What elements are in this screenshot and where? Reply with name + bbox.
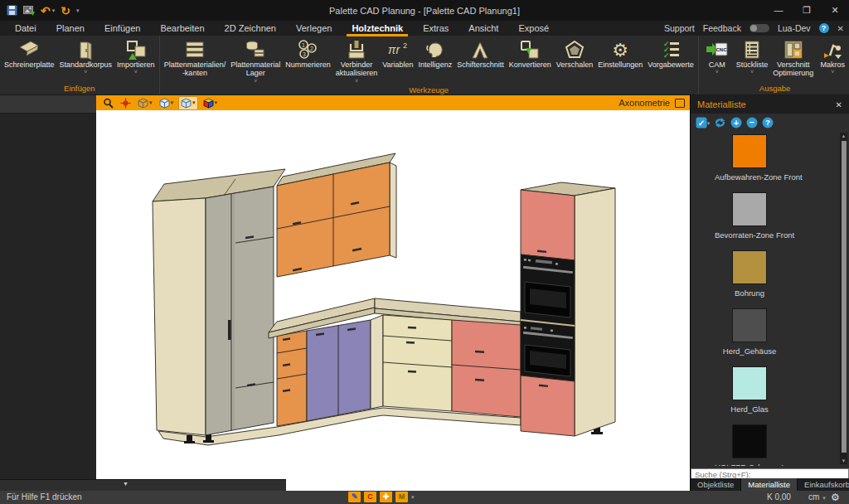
pan-rotate-icon[interactable] xyxy=(119,97,133,109)
left-sidebar-header xyxy=(0,95,96,114)
remove-icon[interactable]: − xyxy=(746,117,758,128)
tab-objektliste[interactable]: Objektliste xyxy=(691,478,741,491)
materials-scrollbar[interactable]: ▲ ▼ xyxy=(840,133,847,464)
ribbon-button-label: Verschalen xyxy=(556,61,594,69)
ribbon-button-cam[interactable]: CNCCAM˅ xyxy=(701,37,734,75)
feedback-link[interactable]: Feedback xyxy=(703,23,741,33)
ribbon-button-schreinerplatte[interactable]: Schreinerplatte xyxy=(2,37,57,70)
menu-item-ansicht[interactable]: Ansicht xyxy=(458,21,508,36)
chevron-down-icon: ▾ xyxy=(52,7,56,14)
ribbon-button-makros[interactable]: Makros˅ xyxy=(816,37,849,75)
tall-cabinets[interactable] xyxy=(153,169,285,435)
zoom-icon[interactable] xyxy=(101,97,115,109)
refresh-icon[interactable] xyxy=(714,117,726,128)
ribbon-button-plattenmaterialien--kanten[interactable]: Plattenmaterialien/ -kanten xyxy=(162,37,229,79)
wall-cabinets[interactable] xyxy=(277,153,396,277)
scrollbar-thumb[interactable] xyxy=(842,141,847,453)
view-cube-color-icon[interactable]: ▾ xyxy=(201,97,220,109)
ribbon-button-label: Schifterschnitt xyxy=(457,61,504,69)
lua-dev-label: Lua-Dev xyxy=(778,23,811,33)
window-restore-icon[interactable] xyxy=(675,99,685,108)
material-swatch[interactable] xyxy=(732,308,767,342)
menu-item-2d-zeichnen[interactable]: 2D Zeichnen xyxy=(215,21,286,36)
material-item[interactable]: Herd_Glas xyxy=(715,366,784,414)
menu-item-extras[interactable]: Extras xyxy=(413,21,458,36)
maximize-button[interactable]: ❐ xyxy=(793,0,821,21)
menu-item-planen[interactable]: Planen xyxy=(46,21,95,36)
stock-icon xyxy=(245,38,266,61)
add-icon[interactable]: + xyxy=(730,117,742,128)
ribbon-button-intelligenz[interactable]: Intelligenz xyxy=(416,37,455,70)
ribbon-button-stückliste[interactable]: Stückliste˅ xyxy=(734,37,771,75)
material-item[interactable]: Herd_Gehäuse xyxy=(715,308,784,356)
view-cube-shaded-icon[interactable]: ▾ xyxy=(178,96,198,110)
oven-tall-cabinet[interactable] xyxy=(521,182,615,436)
ribbon-button-importieren[interactable]: Importieren˅ xyxy=(114,37,158,75)
menubar-right: Support Feedback Lua-Dev ? ✕ xyxy=(664,23,844,33)
support-link[interactable]: Support xyxy=(664,23,695,33)
materials-panel: Materialliste ✕ ✓▾+−? Aufbewahren-Zone F… xyxy=(690,95,849,491)
connector-icon xyxy=(346,38,367,61)
ribbon-button-einstellungen[interactable]: ⚙Einstellungen xyxy=(595,37,645,70)
material-swatch[interactable] xyxy=(732,424,767,458)
close-button[interactable]: ✕ xyxy=(821,0,849,21)
view-cube-wire-icon[interactable]: ▾ xyxy=(136,97,154,109)
material-swatch[interactable] xyxy=(732,192,767,226)
ribbon-button-konvertieren[interactable]: Konvertieren xyxy=(507,37,554,70)
minimize-button[interactable]: — xyxy=(764,0,793,21)
menu-item-verlegen[interactable]: Verlegen xyxy=(286,21,342,36)
menu-item-exposé[interactable]: Exposé xyxy=(508,21,559,36)
tab-einkaufskorb[interactable]: Einkaufskorb xyxy=(798,478,849,491)
material-item[interactable]: Bevorraten-Zone Front xyxy=(715,192,784,240)
view-cube-hidden-icon[interactable]: ▾ xyxy=(158,97,176,109)
m-tool-button[interactable]: M xyxy=(395,492,408,502)
help-icon[interactable]: ? xyxy=(819,23,829,33)
expand-panel-icon[interactable]: ▼ xyxy=(123,481,129,487)
menu-item-datei[interactable]: Datei xyxy=(5,21,46,36)
ribbon-button-standardkorpus[interactable]: Standardkorpus˅ xyxy=(57,37,115,75)
redo-button[interactable]: ↻ xyxy=(61,5,70,17)
material-item[interactable]: HOLZFR-Schwarz Innenraum xyxy=(715,424,784,466)
base-cabinets-right[interactable] xyxy=(383,315,521,417)
ribbon-button-vorgabewerte[interactable]: ✓✓✓Vorgabewerte xyxy=(645,37,696,70)
3d-canvas[interactable] xyxy=(96,110,690,491)
customize-quick-access-button[interactable]: ▾ xyxy=(76,7,80,14)
close-ribbon-icon[interactable]: ✕ xyxy=(837,24,844,33)
status-hint: Für Hilfe F1 drücken xyxy=(7,491,82,504)
chevron-down-icon: ˅ xyxy=(750,69,754,75)
ribbon-button-verbinder-aktualisieren[interactable]: Verbinder aktualisieren˅ xyxy=(333,37,381,85)
materials-panel-header: Materialliste ✕ xyxy=(691,95,849,114)
menu-item-holztechnik[interactable]: Holztechnik xyxy=(342,21,413,36)
formula-icon: πr2 xyxy=(386,38,410,61)
material-swatch[interactable] xyxy=(732,250,767,284)
ribbon-button-nummerieren[interactable]: 123Nummerieren xyxy=(283,37,333,70)
ribbon-button-verschnitt-optimierung[interactable]: Verschnitt Optimierung xyxy=(770,37,816,79)
intelligence-icon xyxy=(424,38,446,61)
ribbon-button-verschalen[interactable]: Verschalen xyxy=(554,37,596,70)
tab-materialliste[interactable]: Materialliste xyxy=(741,478,798,491)
ribbon-button-plattenmaterial-lager[interactable]: Plattenmaterial Lager˅ xyxy=(228,37,283,85)
ribbon-button-variablen[interactable]: πr2Variablen xyxy=(380,37,415,70)
material-item[interactable]: Bohrung xyxy=(715,250,784,298)
select-check-icon[interactable]: ✓▾ xyxy=(696,117,710,128)
material-item[interactable]: Aufbewahren-Zone Front xyxy=(715,134,784,182)
plus-tool-button[interactable]: ✚ xyxy=(380,492,392,502)
export-image-button[interactable] xyxy=(23,6,35,16)
menu-item-bearbeiten[interactable]: Bearbeiten xyxy=(150,21,214,36)
refresh-c-button[interactable]: C xyxy=(364,492,376,502)
scroll-down-icon[interactable]: ▼ xyxy=(840,458,847,463)
close-panel-icon[interactable]: ✕ xyxy=(836,100,842,109)
unit-select[interactable]: cm▾ xyxy=(808,491,826,504)
undo-button[interactable]: ↶▾ xyxy=(41,5,55,17)
save-button[interactable] xyxy=(7,5,17,16)
chevron-down-icon: ▾ xyxy=(411,494,415,501)
material-swatch[interactable] xyxy=(732,366,767,400)
settings-gear-icon[interactable]: ⚙ xyxy=(831,491,840,504)
pen-tool-button[interactable]: ✎ xyxy=(348,492,361,502)
material-swatch[interactable] xyxy=(732,134,767,168)
menu-item-einfügen[interactable]: Einfügen xyxy=(95,21,150,36)
lua-dev-toggle[interactable] xyxy=(750,24,769,32)
scroll-up-icon[interactable]: ▲ xyxy=(840,133,847,138)
ribbon-button-schifterschnitt[interactable]: Schifterschnitt xyxy=(454,37,507,70)
help-icon[interactable]: ? xyxy=(762,117,774,128)
